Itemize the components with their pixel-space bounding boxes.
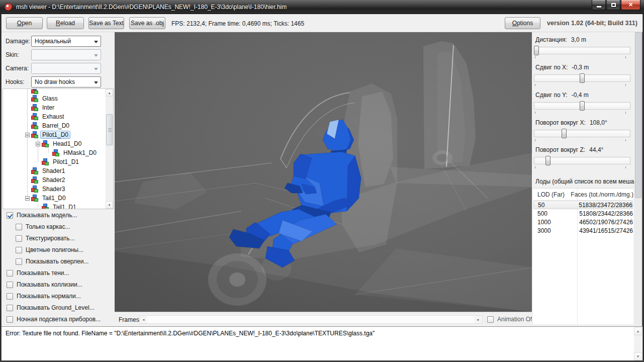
mesh-cubes-icon (31, 89, 38, 94)
slider-thumb[interactable] (534, 46, 539, 55)
checkbox-unchecked-icon[interactable] (16, 258, 22, 265)
minimize-button[interactable] (592, 0, 606, 10)
close-button[interactable]: ✕ (621, 0, 640, 10)
scroll-left-icon[interactable]: ◄ (140, 316, 147, 323)
tree-item-label: Exhaust (40, 113, 66, 121)
animation-label: Animation ON (497, 316, 535, 323)
save-as-text-button[interactable]: Save as Text (88, 17, 124, 29)
lod-row[interactable]: 5051838/23472/28366 (533, 201, 633, 209)
display-option-checkbox[interactable]: Текстурировать... (16, 234, 74, 242)
tree-item[interactable]: HMask1_D0 (3, 148, 106, 157)
lod-row[interactable]: 50051808/23442/28366 (533, 209, 633, 218)
lod-row[interactable]: 300043941/16515/27426 (533, 226, 633, 235)
display-option-checkbox[interactable]: Показывать модель... (7, 211, 77, 219)
checkbox-unchecked-icon[interactable] (7, 270, 13, 277)
tree-item[interactable]: Barrel_D0 (3, 121, 106, 130)
chevron-down-icon (94, 68, 98, 70)
mesh-cubes-icon (42, 140, 49, 147)
tree-item[interactable]: Shader3 (3, 185, 106, 194)
reload-button[interactable]: Reload (47, 17, 84, 29)
maximize-button[interactable] (606, 0, 620, 10)
checkbox-unchecked-icon[interactable] (7, 282, 13, 288)
checkbox-unchecked-icon[interactable] (16, 247, 22, 253)
checkbox-box[interactable] (487, 316, 494, 323)
display-option-checkbox[interactable]: Показывать Ground_Level... (7, 304, 95, 312)
slider-track[interactable] (534, 102, 630, 110)
slider-track[interactable] (534, 47, 630, 54)
lod-distance-cell: 50 (534, 202, 574, 209)
lod-faces-cell: 46502/19076/27426 (575, 219, 633, 226)
slider-thumb[interactable] (545, 156, 550, 165)
tree-item[interactable]: Tail1_D0 (3, 194, 106, 203)
animation-checkbox[interactable]: Animation ON (487, 316, 535, 323)
frames-scrollbar[interactable]: ◄ ► (139, 315, 483, 324)
log-scrollbar[interactable]: ▲ ▼ (634, 327, 642, 360)
expander-minus-icon[interactable] (25, 133, 30, 137)
lod-title: Лоды (общий список по всем мешам): (535, 178, 642, 185)
tree-item[interactable]: Pilot1_D1 (3, 157, 106, 166)
slider-thumb[interactable] (562, 129, 567, 138)
slider-track[interactable] (534, 130, 630, 137)
tree-item[interactable]: Glass (3, 94, 106, 103)
display-option-checkbox[interactable]: Показывать тени... (7, 269, 69, 277)
slider-thumb[interactable] (580, 73, 585, 83)
mesh-cubes-icon (31, 122, 38, 129)
viewport-3d[interactable] (115, 32, 532, 312)
scroll-up-icon[interactable]: ▲ (634, 327, 642, 335)
log-pane: Error: Texture file not found. FileName … (2, 326, 642, 360)
scroll-down-icon[interactable]: ▼ (106, 201, 113, 209)
slider-track[interactable] (534, 157, 630, 164)
checkbox-unchecked-icon[interactable] (16, 224, 22, 230)
display-option-checkbox[interactable]: Показывать коллизии... (7, 281, 82, 289)
tree-item-label: Shader3 (40, 185, 67, 193)
lod-table[interactable]: LOD (Far) Faces (tot./norm./dmg.) 505183… (533, 188, 633, 324)
model-tree[interactable]: GlassInterExhaustBarrel_D0Pilot1_D0Head1… (3, 88, 114, 209)
display-option-checkbox[interactable]: Показывать нормали... (7, 292, 81, 300)
tree-item[interactable]: Pilot1_D0 (3, 130, 106, 139)
checkbox-checked-icon[interactable] (7, 212, 13, 219)
cube-cb3 (55, 153, 59, 156)
slider-label: Поворот вокруг Z:44,4° (535, 146, 603, 153)
scroll-right-icon[interactable]: ► (475, 316, 482, 323)
tree-item[interactable]: Shader1 (3, 166, 106, 175)
tree-item[interactable] (3, 89, 106, 94)
expander-minus-icon[interactable] (25, 196, 30, 201)
slider-value: 108,0° (590, 119, 607, 126)
display-option-checkbox[interactable]: Ночная подсветка приборов... (7, 315, 101, 323)
lod-row[interactable]: 100046502/19076/27426 (533, 218, 633, 226)
expander-minus-icon[interactable] (36, 142, 40, 146)
checkbox-unchecked-icon[interactable] (16, 235, 22, 242)
right-scrollbar-thumb[interactable] (635, 32, 641, 198)
slider-thumb[interactable] (580, 101, 585, 111)
display-option-checkbox[interactable]: Только каркас... (16, 223, 70, 231)
scroll-up-icon[interactable]: ▲ (106, 89, 113, 97)
tree-scrollbar[interactable]: ▲ ▼ (106, 89, 113, 209)
open-button[interactable]: Open (6, 17, 43, 29)
save-as-obj-button[interactable]: Save as .obj (129, 17, 165, 29)
tree-item[interactable]: Inter (3, 103, 106, 112)
slider-track[interactable] (534, 74, 630, 82)
tree-item[interactable]: Shader2 (3, 175, 106, 185)
checkbox-unchecked-icon[interactable] (7, 293, 13, 300)
mesh-cubes-icon (52, 149, 59, 156)
checkbox-label: Показывать оверлеи... (26, 258, 88, 265)
tree-item[interactable]: Tail1_D1 (3, 203, 106, 209)
options-button[interactable]: Options (505, 17, 540, 29)
mesh-cubes-icon (31, 104, 38, 111)
scroll-down-icon[interactable]: ▼ (634, 352, 642, 360)
checkbox-unchecked-icon[interactable] (7, 316, 13, 323)
damage-dropdown[interactable]: Нормальный (31, 36, 101, 47)
checkbox-unchecked-icon[interactable] (7, 305, 13, 311)
tree-scrollbar-thumb[interactable] (106, 114, 113, 145)
app-icon (5, 3, 13, 11)
display-option-checkbox[interactable]: Цветные полигоны... (16, 246, 83, 254)
display-option-checkbox[interactable]: Показывать оверлеи... (16, 257, 88, 265)
cube-cb3 (34, 108, 38, 111)
chevron-down-icon (94, 81, 98, 84)
tree-item[interactable]: Head1_D0 (3, 139, 106, 148)
right-panel-scrollbar[interactable] (634, 32, 642, 326)
lod-distance-cell: 3000 (533, 227, 575, 234)
tree-item[interactable]: Exhaust (3, 112, 106, 121)
mesh-cubes-icon (31, 195, 38, 202)
hooks-dropdown[interactable]: No draw hooks (31, 76, 101, 87)
